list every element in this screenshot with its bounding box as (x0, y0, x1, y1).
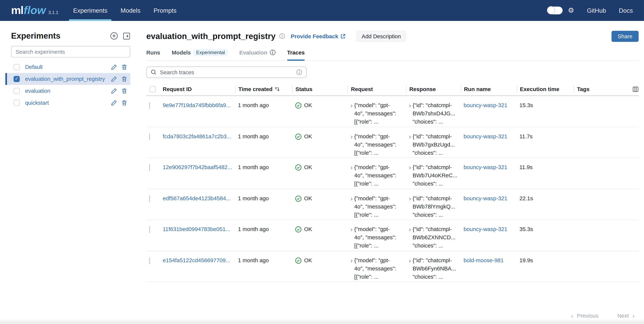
run-name-link[interactable]: bold-moose-981 (464, 256, 515, 264)
navbar-tab-models[interactable]: Models (120, 0, 141, 21)
run-name-link[interactable]: bouncy-wasp-321 (464, 101, 515, 110)
experiment-checkbox[interactable] (14, 100, 20, 106)
experiment-checkbox-checked[interactable] (14, 76, 20, 82)
theme-toggle[interactable] (548, 6, 562, 14)
experiment-list-item[interactable]: Default (6, 61, 130, 73)
column-header-time-created[interactable]: Time created (235, 85, 292, 93)
response-preview[interactable]: {"id": "chatcmpl-BWb7gxBzUgd..."choices"… (413, 132, 455, 157)
sort-descending-icon[interactable] (274, 87, 280, 92)
github-link[interactable]: GitHub (587, 7, 606, 14)
experiment-list-item-selected[interactable]: evaluation_with_prompt_registry (6, 73, 130, 85)
edit-pencil-icon[interactable] (111, 88, 117, 94)
chevron-right-icon[interactable]: › (350, 256, 353, 281)
delete-trash-icon[interactable] (121, 76, 128, 82)
column-header-run-name[interactable]: Run name (461, 85, 516, 93)
edit-pencil-icon[interactable] (111, 64, 117, 70)
request-id-link[interactable]: 12e906297f7b42baaf5482... (163, 163, 234, 171)
run-name-link[interactable]: bouncy-wasp-321 (464, 225, 515, 233)
docs-link[interactable]: Docs (619, 7, 633, 14)
edit-pencil-icon[interactable] (111, 100, 117, 106)
chevron-right-icon[interactable]: › (409, 256, 411, 281)
chevron-right-icon[interactable]: › (350, 101, 353, 126)
row-checkbox[interactable] (149, 195, 150, 202)
delete-trash-icon[interactable] (121, 64, 128, 70)
request-id-link[interactable]: e154fa5122cd456697709... (163, 256, 234, 264)
response-preview[interactable]: {"id": "chatcmpl-BWb6ZXNNCD..."choices":… (413, 225, 456, 250)
column-header-tags[interactable]: Tags (574, 85, 628, 93)
request-preview[interactable]: {"model": "gpt-4o", "messages":[{"role":… (354, 256, 396, 281)
chevron-right-icon[interactable]: › (350, 163, 353, 188)
tab-traces[interactable]: Traces (287, 49, 304, 60)
request-id-link[interactable]: edf567a654de4123b4584... (163, 194, 234, 202)
run-name-link[interactable]: bouncy-wasp-321 (464, 163, 515, 171)
request-preview[interactable]: {"model": "gpt-4o", "messages":[{"role":… (354, 101, 396, 126)
trace-row: e154fa5122cd456697709... 1 month ago OK … (146, 251, 638, 282)
column-header-request-id[interactable]: Request ID (160, 85, 235, 93)
navbar-tab-experiments[interactable]: Experiments (72, 0, 108, 21)
column-header-execution-time[interactable]: Execution time (516, 85, 574, 93)
share-button[interactable]: Share (612, 31, 638, 42)
request-preview[interactable]: {"model": "gpt-4o", "messages":[{"role":… (354, 194, 396, 219)
column-header-response[interactable]: Response (406, 85, 461, 93)
next-page-button[interactable]: Next › (617, 313, 634, 319)
chevron-right-icon[interactable]: › (409, 132, 411, 157)
experiment-tabs: Runs Models Experimental Evaluation ⓘ Tr… (146, 49, 638, 61)
settings-gear-icon[interactable]: ⚙ (568, 7, 574, 14)
experiment-link[interactable]: quickstart (25, 100, 111, 106)
run-name-link[interactable]: bouncy-wasp-321 (464, 132, 515, 141)
delete-trash-icon[interactable] (121, 88, 128, 94)
request-preview[interactable]: {"model": "gpt-4o", "messages":[{"role":… (354, 132, 396, 157)
column-settings-icon[interactable] (632, 86, 638, 92)
response-preview[interactable]: {"id": "chatcmpl-BWb78lYmgkQ..."choices"… (413, 194, 455, 219)
column-header-status[interactable]: Status (292, 85, 348, 93)
response-preview[interactable]: {"id": "chatcmpl-BWb7shxD4JG..."choices"… (413, 101, 455, 126)
request-id-link[interactable]: fcda7803c2fa4861a7c2b3... (163, 132, 234, 141)
column-header-request[interactable]: Request (348, 85, 406, 93)
provide-feedback-link[interactable]: Provide Feedback (291, 33, 346, 39)
experiment-link[interactable]: evaluation (25, 88, 111, 94)
experiment-list-item[interactable]: evaluation (6, 85, 130, 97)
row-checkbox[interactable] (149, 133, 150, 140)
request-id-link[interactable]: 9e9e77f19da745fbbb6fa9... (163, 101, 234, 110)
tags-cell (574, 96, 628, 102)
page-title: evaluation_with_prompt_registry (146, 31, 276, 41)
request-preview[interactable]: {"model": "gpt-4o", "messages":[{"role":… (354, 163, 396, 188)
create-experiment-button[interactable] (110, 32, 118, 40)
chevron-right-icon[interactable]: › (350, 132, 353, 157)
chevron-right-icon[interactable]: › (409, 163, 411, 188)
chevron-right-icon[interactable]: › (409, 194, 411, 219)
response-preview[interactable]: {"id": "chatcmpl-BWb6Fyn6NBA..."choices"… (413, 256, 456, 281)
chevron-right-icon[interactable]: › (409, 225, 411, 250)
edit-pencil-icon[interactable] (111, 76, 117, 82)
previous-page-button[interactable]: ‹ Previous (571, 313, 598, 319)
chevron-right-icon[interactable]: › (350, 194, 353, 219)
row-checkbox[interactable] (149, 257, 150, 264)
tab-models[interactable]: Models Experimental (172, 49, 228, 60)
run-name-link[interactable]: bouncy-wasp-321 (464, 194, 515, 202)
tab-evaluation[interactable]: Evaluation ⓘ (239, 49, 276, 60)
experiment-checkbox[interactable] (14, 88, 20, 94)
experiment-link[interactable]: Default (25, 64, 111, 70)
delete-trash-icon[interactable] (121, 100, 128, 106)
row-checkbox[interactable] (149, 164, 150, 171)
tab-runs[interactable]: Runs (146, 49, 160, 60)
row-checkbox[interactable] (149, 102, 150, 109)
chevron-right-icon[interactable]: › (409, 101, 411, 126)
select-all-checkbox[interactable] (150, 86, 156, 92)
experiment-checkbox[interactable] (14, 64, 20, 70)
response-preview[interactable]: {"id": "chatcmpl-BWb7U4oKReC..."choices"… (413, 163, 457, 188)
navbar-tab-prompts[interactable]: Prompts (153, 0, 177, 21)
request-preview[interactable]: {"model": "gpt-4o", "messages":[{"role":… (354, 225, 396, 250)
search-info-icon[interactable]: ⓘ (296, 69, 302, 75)
experiment-link[interactable]: evaluation_with_prompt_registry (25, 76, 111, 82)
chevron-right-icon[interactable]: › (350, 225, 353, 250)
request-id-link[interactable]: 11f631bed0994783be051... (163, 225, 234, 233)
row-checkbox[interactable] (149, 226, 150, 233)
mlflow-logo[interactable]: mlflow 3.1.1 (11, 4, 58, 17)
search-experiments-input[interactable] (11, 46, 130, 57)
search-traces-input[interactable] (160, 69, 293, 75)
title-info-icon[interactable]: ⓘ (279, 33, 285, 39)
add-description-button[interactable]: Add Description (356, 31, 406, 42)
experiment-list-item[interactable]: quickstart (6, 97, 130, 109)
collapse-sidebar-button[interactable] (122, 32, 130, 40)
